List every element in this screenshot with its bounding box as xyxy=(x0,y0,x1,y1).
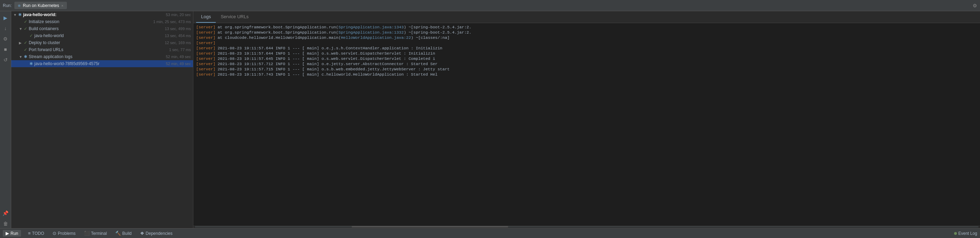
tree-status-icon: ✓ xyxy=(24,47,27,52)
log-line: [server]2021-08-23 19:11:57.715 INFO 1 -… xyxy=(193,67,980,72)
event-log-button[interactable]: Event Log xyxy=(954,231,977,236)
log-content: 2021-08-23 19:11:57.645 INFO 1 --- [ mai… xyxy=(218,56,435,61)
tree-panel: ▼✱java-hello-world:53 min, 20 sec✓Initia… xyxy=(11,11,193,228)
log-line: [server]2021-08-23 19:11:57.645 INFO 1 -… xyxy=(193,56,980,61)
log-server-tag: [server] xyxy=(196,51,215,56)
tree-item-name: Initialize session xyxy=(29,19,150,24)
problems-icon: ⊙ xyxy=(52,231,56,236)
tree-item[interactable]: ✱java-hello-world-78f85d9569-4575r52 min… xyxy=(11,60,193,67)
dependencies-icon: ❖ xyxy=(140,231,144,236)
build-label: Build xyxy=(122,231,132,236)
log-scrollbar-track[interactable] xyxy=(195,226,978,227)
tab-logs[interactable]: Logs xyxy=(196,11,216,23)
delete-button[interactable]: 🗑 xyxy=(1,219,10,228)
event-log-label: Event Log xyxy=(958,231,977,236)
pin-button[interactable]: 📌 xyxy=(1,209,10,218)
tree-status-icon: ✱ xyxy=(29,61,33,66)
right-panel: Logs Service URLs [server] at org.spring… xyxy=(193,11,980,228)
log-line: [server]2021-08-23 19:11:57.644 INFO 1 -… xyxy=(193,51,980,56)
log-line: [server] at org.springframework.boot.Spr… xyxy=(193,24,980,30)
terminal-label: Terminal xyxy=(91,231,107,236)
tree-status-icon: ✱ xyxy=(24,54,27,59)
terminal-button[interactable]: ⬛ Terminal xyxy=(83,230,108,236)
dependencies-label: Dependencies xyxy=(146,231,173,236)
log-line: [server] xyxy=(193,40,980,46)
dependencies-button[interactable]: ❖ Dependencies xyxy=(139,230,174,236)
tree-expand-icon[interactable]: ▼ xyxy=(13,13,18,17)
tree-item[interactable]: ▶✓Deploy to cluster12 sec, 169 ms xyxy=(11,39,193,46)
log-server-tag: [server] xyxy=(196,30,215,35)
tree-item-time: 53 min, 20 sec xyxy=(162,13,191,17)
event-log-dot xyxy=(954,232,957,235)
title-bar: Run: ⎈ Run on Kubernetes × ⚙ xyxy=(0,0,980,11)
run-button[interactable]: ▶ xyxy=(1,13,10,22)
log-server-tag: [server] xyxy=(196,25,215,29)
tree-item-name: Build containers xyxy=(29,26,161,31)
log-line: [server]2021-08-23 19:11:57.644 INFO 1 -… xyxy=(193,46,980,51)
log-content: at cloudcode.helloworld.HelloWorldApplic… xyxy=(218,35,450,40)
run-bottom-button[interactable]: ▶ Run xyxy=(3,230,21,236)
log-server-tag: [server] xyxy=(196,56,215,61)
run-label: Run: xyxy=(3,3,11,8)
bottom-toolbar: ▶ Run ≡ TODO ⊙ Problems ⬛ Terminal 🔨 Bui… xyxy=(0,228,980,238)
log-output[interactable]: [server] at org.springframework.boot.Spr… xyxy=(193,23,980,225)
scroll-down-button[interactable]: ↓ xyxy=(1,24,10,33)
problems-label: Problems xyxy=(58,231,76,236)
log-server-tag: [server] xyxy=(196,35,215,40)
log-link[interactable]: SpringApplication.java:1332 xyxy=(338,30,404,35)
tree-item-time: 12 sec, 169 ms xyxy=(161,41,191,45)
tree-item[interactable]: ▼✱Stream application logs52 min, 49 sec xyxy=(11,53,193,60)
build-icon: 🔨 xyxy=(115,231,121,236)
kubernetes-icon: ⎈ xyxy=(18,3,21,8)
tree-item-name: java-hello-world: xyxy=(23,12,162,17)
settings-button[interactable]: ⚙ xyxy=(1,34,10,43)
tree-item-time: 52 min, 49 sec xyxy=(162,55,191,59)
log-content: at org.springframework.boot.SpringApplic… xyxy=(218,25,471,29)
close-tab-button[interactable]: × xyxy=(61,3,64,8)
main-container: ▶ ↓ ⚙ ■ ↺ 📌 🗑 ▼✱java-hello-world:53 min,… xyxy=(0,11,980,228)
tree-item-time: 13 sec, 454 ms xyxy=(161,33,191,38)
tree-item-time: 1 min, 25 sec, 473 ms xyxy=(150,20,191,24)
log-content: 2021-08-23 19:11:57.715 INFO 1 --- [ mai… xyxy=(218,67,450,71)
rerun-button[interactable]: ↺ xyxy=(1,55,10,64)
tree-item-time: 13 sec, 499 ms xyxy=(161,27,191,31)
tabs-bar: Logs Service URLs xyxy=(193,11,980,23)
tree-item-time: 52 min, 49 sec xyxy=(162,62,191,66)
log-content: 2021-08-23 19:11:57.644 INFO 1 --- [ mai… xyxy=(218,51,435,56)
tree-item[interactable]: ✓Initialize session1 min, 25 sec, 473 ms xyxy=(11,18,193,25)
tree-item[interactable]: ✓Port forward URLs1 sec, 77 ms xyxy=(11,46,193,53)
build-button[interactable]: 🔨 Build xyxy=(114,230,133,236)
log-link[interactable]: SpringApplication.java:1343 xyxy=(338,25,404,29)
tree-item-name: java-hello-world-78f85d9569-4575r xyxy=(34,61,162,66)
tree-item[interactable]: ✓java-hello-world13 sec, 454 ms xyxy=(11,32,193,39)
tree-expand-icon[interactable]: ▶ xyxy=(19,41,24,45)
log-server-tag: [server] xyxy=(196,41,215,45)
log-content: 2021-08-23 19:11:57.712 INFO 1 --- [ mai… xyxy=(218,62,438,66)
problems-button[interactable]: ⊙ Problems xyxy=(51,230,77,236)
run-tab[interactable]: ⎈ Run on Kubernetes × xyxy=(14,2,67,9)
tree-item-name: Deploy to cluster xyxy=(29,40,161,45)
tab-service-urls[interactable]: Service URLs xyxy=(216,11,253,23)
log-scrollbar-area xyxy=(193,225,980,228)
tree-item[interactable]: ▼✱java-hello-world:53 min, 20 sec xyxy=(11,11,193,18)
log-line: [server]2021-08-23 19:11:57.743 INFO 1 -… xyxy=(193,72,980,77)
log-server-tag: [server] xyxy=(196,62,215,66)
tree-expand-icon[interactable]: ▼ xyxy=(19,27,24,31)
tree-item[interactable]: ▼✓Build containers13 sec, 499 ms xyxy=(11,25,193,32)
side-toolbar: ▶ ↓ ⚙ ■ ↺ 📌 🗑 xyxy=(0,11,11,228)
tab-name: Run on Kubernetes xyxy=(23,3,59,8)
settings-icon[interactable]: ⚙ xyxy=(973,3,977,8)
log-server-tag: [server] xyxy=(196,72,215,77)
tree-item-name: Port forward URLs xyxy=(29,47,165,52)
tree-item-time: 1 sec, 77 ms xyxy=(165,48,191,52)
stop-button[interactable]: ■ xyxy=(1,45,10,54)
tree-expand-icon[interactable]: ▼ xyxy=(19,55,24,59)
todo-button[interactable]: ≡ TODO xyxy=(27,230,46,236)
log-server-tag: [server] xyxy=(196,67,215,71)
terminal-icon: ⬛ xyxy=(84,231,90,236)
log-line: [server]2021-08-23 19:11:57.712 INFO 1 -… xyxy=(193,61,980,67)
log-link[interactable]: HelloWorldApplication.java:22 xyxy=(341,35,411,40)
log-scrollbar-thumb[interactable] xyxy=(352,226,509,227)
log-line: [server] at org.springframework.boot.Spr… xyxy=(193,30,980,35)
log-server-tag: [server] xyxy=(196,46,215,51)
